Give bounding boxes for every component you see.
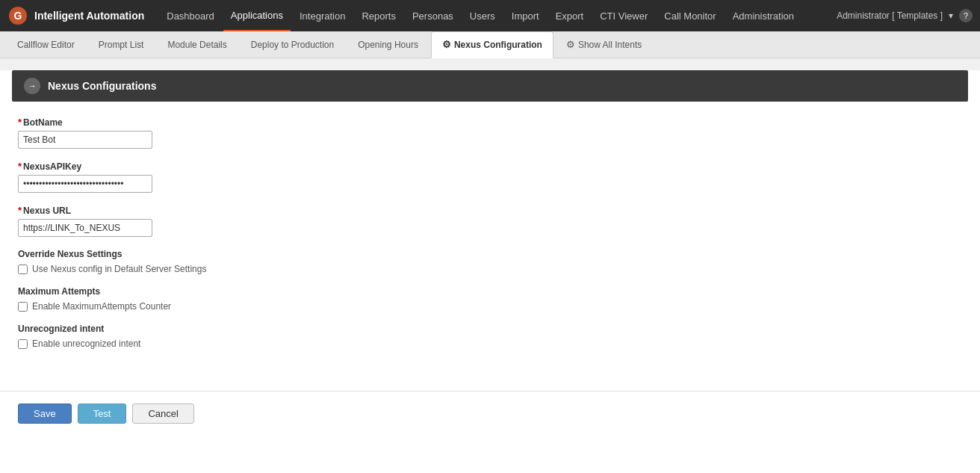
nav-personas[interactable]: Personas bbox=[405, 0, 461, 31]
save-button[interactable]: Save bbox=[18, 404, 72, 424]
max-attempts-label: Maximum Attempts bbox=[18, 286, 962, 297]
tab-deploy-to-production[interactable]: Deploy to Production bbox=[240, 31, 345, 58]
section-header: → Nexus Configurations bbox=[12, 70, 968, 102]
nexus-api-key-required-star: * bbox=[18, 161, 22, 172]
top-nav: G Intelligent Automation Dashboard Appli… bbox=[0, 0, 980, 31]
unrecognized-intent-group: Unrecognized intent Enable unrecognized … bbox=[18, 324, 962, 349]
nexus-api-key-group: * NexusAPIKey bbox=[18, 161, 962, 193]
cancel-button[interactable]: Cancel bbox=[132, 404, 193, 424]
help-button[interactable]: ? bbox=[959, 9, 973, 22]
tab-callflow-editor[interactable]: Callflow Editor bbox=[6, 31, 86, 58]
nexus-url-label: * Nexus URL bbox=[18, 205, 962, 216]
nexus-config-icon: ⚙ bbox=[442, 39, 451, 50]
override-nexus-checkbox[interactable] bbox=[18, 265, 28, 274]
nav-administration[interactable]: Administration bbox=[725, 0, 801, 31]
form-area: * BotName * NexusAPIKey * Nexus URL Over… bbox=[0, 117, 980, 376]
nexus-api-key-input[interactable] bbox=[18, 175, 152, 193]
tab-nexus-configuration[interactable]: ⚙ Nexus Configuration bbox=[431, 31, 553, 58]
override-nexus-group: Override Nexus Settings Use Nexus config… bbox=[18, 249, 962, 274]
nav-dashboard[interactable]: Dashboard bbox=[159, 0, 222, 31]
main-content: → Nexus Configurations * BotName * Nexus… bbox=[0, 70, 980, 473]
nav-items: Dashboard Applications Integration Repor… bbox=[159, 0, 837, 31]
nexus-url-group: * Nexus URL bbox=[18, 205, 962, 237]
unrecognized-intent-label: Unrecognized intent bbox=[18, 324, 962, 334]
override-nexus-label: Override Nexus Settings bbox=[18, 249, 962, 259]
override-nexus-checkbox-label[interactable]: Use Nexus config in Default Server Setti… bbox=[32, 264, 206, 274]
unrecognized-intent-checkbox[interactable] bbox=[18, 339, 28, 349]
unrecognized-intent-checkbox-label[interactable]: Enable unrecognized intent bbox=[32, 338, 140, 349]
brand-name: Intelligent Automation bbox=[34, 10, 144, 22]
nav-call-monitor[interactable]: Call Monitor bbox=[657, 0, 723, 31]
nexus-url-input[interactable] bbox=[18, 219, 152, 237]
botname-group: * BotName bbox=[18, 117, 962, 149]
nav-export[interactable]: Export bbox=[548, 0, 592, 31]
nav-right: Administrator [ Templates ] ▾ ? bbox=[837, 9, 973, 22]
nav-integration[interactable]: Integration bbox=[292, 0, 353, 31]
admin-label: Administrator [ Templates ] bbox=[837, 10, 943, 21]
tab-opening-hours[interactable]: Opening Hours bbox=[347, 31, 429, 58]
nav-reports[interactable]: Reports bbox=[354, 0, 403, 31]
nav-applications[interactable]: Applications bbox=[223, 0, 291, 31]
nav-cti-viewer[interactable]: CTI Viewer bbox=[592, 0, 655, 31]
section-header-icon: → bbox=[24, 78, 40, 94]
nexus-url-required-star: * bbox=[18, 205, 22, 216]
brand-logo: G bbox=[7, 5, 28, 26]
btn-bar: Save Test Cancel bbox=[0, 404, 980, 424]
botname-label: * BotName bbox=[18, 117, 962, 128]
tab-module-details[interactable]: Module Details bbox=[156, 31, 238, 58]
max-attempts-checkbox-label[interactable]: Enable MaximumAttempts Counter bbox=[32, 301, 171, 312]
show-intents-icon: ⚙ bbox=[566, 39, 575, 50]
brand: G Intelligent Automation bbox=[7, 5, 144, 26]
tab-prompt-list[interactable]: Prompt List bbox=[87, 31, 155, 58]
botname-input[interactable] bbox=[18, 131, 152, 149]
unrecognized-intent-checkbox-row: Enable unrecognized intent bbox=[18, 338, 962, 349]
max-attempts-checkbox[interactable] bbox=[18, 302, 28, 312]
footer-divider bbox=[0, 391, 980, 392]
nav-import[interactable]: Import bbox=[504, 0, 547, 31]
svg-text:G: G bbox=[14, 10, 22, 22]
nexus-api-key-label: * NexusAPIKey bbox=[18, 161, 962, 172]
override-nexus-checkbox-row: Use Nexus config in Default Server Setti… bbox=[18, 264, 962, 274]
max-attempts-checkbox-row: Enable MaximumAttempts Counter bbox=[18, 301, 962, 312]
section-title: Nexus Configurations bbox=[48, 80, 156, 92]
test-button[interactable]: Test bbox=[78, 404, 127, 424]
nav-users[interactable]: Users bbox=[462, 0, 503, 31]
sub-tabs: Callflow Editor Prompt List Module Detai… bbox=[0, 31, 980, 58]
tab-show-all-intents[interactable]: ⚙ Show All Intents bbox=[555, 31, 653, 58]
admin-dropdown-arrow[interactable]: ▾ bbox=[949, 10, 953, 21]
botname-required-star: * bbox=[18, 117, 22, 128]
max-attempts-group: Maximum Attempts Enable MaximumAttempts … bbox=[18, 286, 962, 312]
